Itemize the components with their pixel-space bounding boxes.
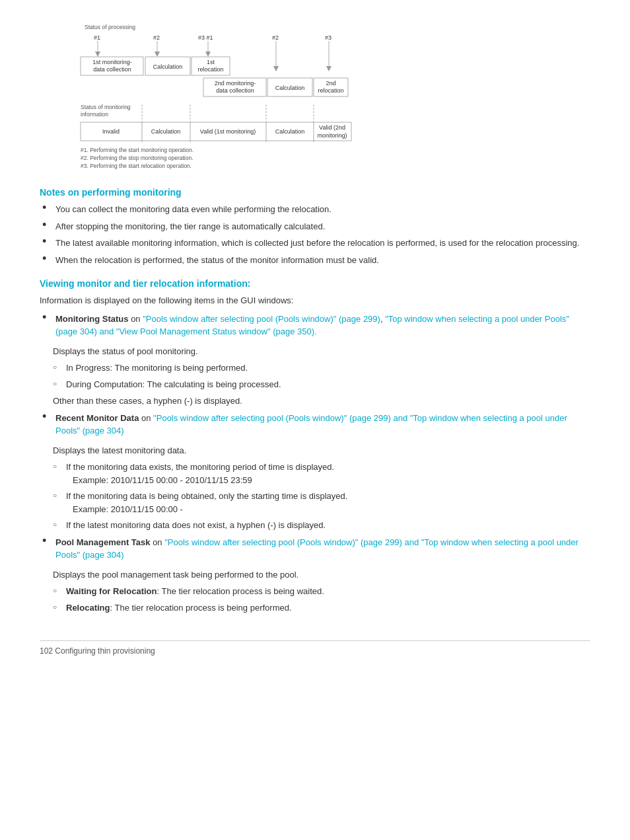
sub-bullet-2: ○ — [53, 380, 62, 387]
footer-text: 102 Configuring thin provisioning — [40, 646, 155, 656]
pool-mgmt-sub-list: ○ Waiting for Relocation: The tier reloc… — [53, 585, 590, 614]
pool-mgmt-on-text: on — [153, 537, 164, 547]
svg-text:Valid (1st monitoring): Valid (1st monitoring) — [200, 128, 256, 135]
svg-marker-11 — [273, 66, 279, 71]
pool-mgmt-label: Pool Management Task — [55, 537, 151, 547]
bullet-dot-3: • — [42, 235, 52, 247]
notes-heading: Notes on performing monitoring — [40, 187, 590, 198]
pool-mgmt-sub-label-2: Relocating — [66, 603, 110, 613]
notes-bullet-item-3: • The latest available monitoring inform… — [40, 237, 590, 250]
notes-bullet-item-4: • When the relocation is performed, the … — [40, 254, 590, 267]
notes-bullet-text-1: You can collect the monitoring data even… — [55, 203, 332, 216]
recent-monitor-link-1[interactable]: "Pools window after selecting pool (Pool… — [153, 413, 407, 423]
svg-text:Invalid: Invalid — [102, 128, 120, 135]
svg-text:#3. Performing the start reloc: #3. Performing the start relocation oper… — [81, 163, 192, 169]
svg-text:1st: 1st — [207, 59, 215, 65]
monitoring-other-text: Other than these cases, a hyphen (-) is … — [53, 395, 590, 408]
monitoring-status-on: on — [131, 314, 143, 324]
recent-monitor-label: Recent Monitor Data — [55, 413, 139, 423]
svg-text:2nd monitoring-: 2nd monitoring- — [215, 80, 256, 87]
monitoring-status-bullet: • — [42, 311, 52, 323]
diagram-svg-wrap: Status of processing #1 #2 #3 #1 #2 #3 — [40, 20, 590, 174]
svg-text:#1. Performing the start monit: #1. Performing the start monitoring oper… — [81, 147, 193, 153]
recent-monitor-text: Recent Monitor Data on "Pools window aft… — [55, 412, 590, 438]
recent-monitor-bullet-list: • Recent Monitor Data on "Pools window a… — [40, 412, 590, 438]
svg-text:Valid (2nd: Valid (2nd — [319, 124, 345, 131]
viewing-heading: Viewing monitor and tier relocation info… — [40, 278, 590, 289]
status-processing-label: Status of processing — [85, 24, 135, 30]
svg-text:data collection: data collection — [93, 66, 131, 73]
recent-sub-item-3: ○ If the latest monitoring data does not… — [53, 519, 590, 532]
bullet-dot-2: • — [42, 219, 52, 231]
svg-text:2nd: 2nd — [326, 80, 335, 87]
recent-sub-example-1: Example: 2010/11/15 00:00 - 2010/11/15 2… — [73, 475, 252, 485]
notes-bullet-text-3: The latest available monitoring informat… — [55, 237, 579, 250]
monitoring-status-label: Monitoring Status — [55, 314, 129, 324]
monitoring-sub-text-2: During Computation: The calculating is b… — [66, 378, 281, 391]
monitoring-status-desc: Displays the status of pool monitoring. — [53, 345, 590, 358]
recent-monitor-sub-list: ○ If the monitoring data exists, the mon… — [53, 461, 590, 532]
pool-mgmt-sub-suffix-2: : The tier relocation process is being p… — [110, 603, 291, 613]
recent-sub-item-2: ○ If the monitoring data is being obtain… — [53, 490, 590, 515]
svg-text:Calculation: Calculation — [151, 128, 181, 135]
pool-mgmt-sub-text-2: Relocating: The tier relocation process … — [66, 601, 292, 615]
monitoring-status-link-1[interactable]: "Pools window after selecting pool (Pool… — [143, 314, 380, 324]
monitoring-status-sub-list: ○ In Progress: The monitoring is being p… — [53, 362, 590, 391]
svg-text:1st monitoring-: 1st monitoring- — [92, 59, 132, 65]
recent-sub-text-1: If the monitoring data exists, the monit… — [66, 461, 334, 486]
bullet-dot-1: • — [42, 202, 52, 213]
pool-mgmt-bullet: • — [42, 535, 52, 547]
svg-text:relocation: relocation — [197, 66, 223, 73]
svg-text:data collection: data collection — [216, 87, 254, 94]
svg-text:Calculation: Calculation — [275, 128, 305, 135]
pool-mgmt-sub-label-1: Waiting for Relocation — [66, 586, 157, 596]
svg-text:Calculation: Calculation — [275, 85, 305, 91]
pool-mgmt-item: • Pool Management Task on "Pools window … — [40, 536, 590, 562]
main-bullet-list: • Monitoring Status on "Pools window aft… — [40, 313, 590, 338]
monitoring-status-link-3[interactable]: and "View Pool Management Status window"… — [100, 326, 317, 336]
sub-bullet-p2: ○ — [53, 603, 62, 611]
recent-sub-item-1: ○ If the monitoring data exists, the mon… — [53, 461, 590, 486]
recent-sub-example-2: Example: 2010/11/15 00:00 - — [73, 504, 183, 514]
svg-text:monitoring): monitoring) — [317, 132, 347, 139]
monitoring-status-item: • Monitoring Status on "Pools window aft… — [40, 313, 590, 338]
pool-mgmt-sub-text-1: Waiting for Relocation: The tier relocat… — [66, 585, 324, 598]
pool-mgmt-sub-item-2: ○ Relocating: The tier relocation proces… — [53, 601, 590, 615]
notes-bullet-text-2: After stopping the monitoring, the tier … — [55, 220, 325, 233]
recent-on-text: on — [141, 413, 153, 423]
svg-text:#2: #2 — [272, 34, 279, 41]
svg-text:Calculation: Calculation — [153, 63, 183, 70]
monitoring-sub-text-1: In Progress: The monitoring is being per… — [66, 362, 248, 375]
sub-bullet-1: ○ — [53, 363, 62, 371]
svg-marker-5 — [155, 52, 160, 57]
recent-monitor-desc: Displays the latest monitoring data. — [53, 444, 590, 457]
diagram-svg: Status of processing #1 #2 #3 #1 #2 #3 — [40, 20, 370, 172]
sub-bullet-r3: ○ — [53, 521, 62, 528]
svg-text:#2: #2 — [153, 34, 160, 41]
monitoring-status-text: Monitoring Status on "Pools window after… — [55, 313, 590, 338]
page-footer: 102 Configuring thin provisioning — [40, 640, 590, 656]
svg-text:#3: #3 — [325, 34, 332, 41]
sub-bullet-r2: ○ — [53, 492, 62, 499]
diagram-section: Status of processing #1 #2 #3 #1 #2 #3 — [40, 20, 590, 174]
pool-mgmt-sub-suffix-1: : The tier relocation process is being w… — [157, 586, 324, 596]
recent-sub-text-2a: If the monitoring data is being obtained… — [66, 491, 347, 501]
svg-text:#1: #1 — [94, 34, 100, 41]
notes-bullet-text-4: When the relocation is performed, the st… — [55, 254, 379, 267]
pool-mgmt-desc: Displays the pool management task being … — [53, 568, 590, 582]
notes-bullet-list: • You can collect the monitoring data ev… — [40, 203, 590, 266]
notes-bullet-item-2: • After stopping the monitoring, the tie… — [40, 220, 590, 233]
sub-bullet-r1: ○ — [53, 463, 62, 470]
svg-text:#2. Performing the stop monito: #2. Performing the stop monitoring opera… — [81, 155, 193, 161]
svg-marker-2 — [95, 52, 100, 57]
notes-bullet-item-1: • You can collect the monitoring data ev… — [40, 203, 590, 216]
pool-mgmt-sub-item-1: ○ Waiting for Relocation: The tier reloc… — [53, 585, 590, 598]
pool-mgmt-bullet-list: • Pool Management Task on "Pools window … — [40, 536, 590, 562]
recent-sub-text-3: If the latest monitoring data does not e… — [66, 519, 326, 532]
svg-text:relocation: relocation — [318, 87, 343, 94]
svg-text:#3 #1: #3 #1 — [198, 34, 213, 41]
recent-sub-text-1a: If the monitoring data exists, the monit… — [66, 462, 334, 472]
monitoring-sub-item-2: ○ During Computation: The calculating is… — [53, 378, 590, 391]
svg-marker-8 — [205, 52, 211, 57]
pool-mgmt-link-1[interactable]: "Pools window after selecting pool (Pool… — [164, 537, 402, 547]
